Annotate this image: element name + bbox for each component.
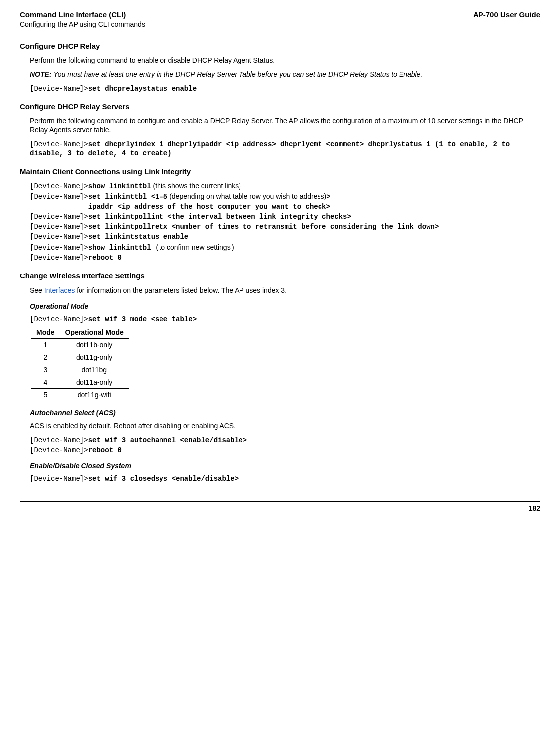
cli-line: [Device-Name]>show linkinttbl (to confir… xyxy=(30,243,540,252)
cli-prompt: [Device-Name]> xyxy=(30,85,88,92)
cli-prompt: [Device-Name]> xyxy=(30,213,88,221)
cli-prompt: [Device-Name]> xyxy=(30,244,88,252)
cli-line: [Device-Name]>show linkinttbl (this show… xyxy=(30,182,540,191)
cli-command: > xyxy=(326,193,330,201)
page-header: Command Line Interface (CLI) Configuring… xyxy=(20,10,540,29)
page-footer: 182 xyxy=(20,501,540,513)
cli-annotation: to confirm new settings xyxy=(159,243,230,251)
cli-annotation: (this shows the current links) xyxy=(151,182,241,190)
cli-prompt: [Device-Name]> xyxy=(30,182,88,190)
table-header-opmode: Operational Mode xyxy=(60,326,129,339)
cli-command: set wif 3 autochannel <enable/disable> xyxy=(88,436,247,444)
cli-prompt: [Device-Name]> xyxy=(30,233,88,241)
subheading-acs: Autochannel Select (ACS) xyxy=(30,408,540,417)
cli-command: set dhcprlyindex 1 dhcprlyipaddr <ip add… xyxy=(30,140,514,157)
cli-line: [Device-Name]>set wif 3 mode <see table> xyxy=(30,315,540,324)
cli-prompt: [Device-Name]> xyxy=(30,315,88,323)
paragraph: Perform the following command to configu… xyxy=(30,116,540,134)
cli-command: set dhcprelaystatus enable xyxy=(88,85,197,92)
table-cell: dot11g-wifi xyxy=(60,389,129,401)
table-cell: 4 xyxy=(31,376,60,388)
cli-command: show linkinttbl xyxy=(88,244,155,252)
header-rule xyxy=(20,32,540,32)
cli-line: [Device-Name]>set dhcprlyindex 1 dhcprly… xyxy=(30,140,540,158)
table-header-mode: Mode xyxy=(31,326,60,339)
link-interfaces[interactable]: Interfaces xyxy=(44,286,75,294)
cli-prompt: [Device-Name]> xyxy=(30,475,88,483)
cli-command: show linkinttbl xyxy=(88,182,151,190)
cli-line: [Device-Name]>reboot 0 xyxy=(30,446,540,455)
cli-prompt: [Device-Name]> xyxy=(30,193,88,201)
cli-prompt: [Device-Name]> xyxy=(30,436,88,444)
table-cell: dot11g-only xyxy=(60,351,129,364)
table-cell: dot11bg xyxy=(60,364,129,376)
paragraph: Perform the following command to enable … xyxy=(30,56,540,65)
table-cell: 2 xyxy=(31,351,60,364)
cli-command: reboot 0 xyxy=(88,446,122,454)
note-label: NOTE: xyxy=(30,70,52,78)
heading-configure-dhcp-relay-servers: Configure DHCP Relay Servers xyxy=(20,102,540,112)
cli-line: ipaddr <ip address of the host computer … xyxy=(30,202,540,211)
cli-paren: ) xyxy=(231,244,235,252)
table-row: 1dot11b-only xyxy=(31,339,129,351)
text: for information on the parameters listed… xyxy=(75,286,287,294)
table-header-row: Mode Operational Mode xyxy=(31,326,129,339)
cli-line: [Device-Name]>set wif 3 autochannel <ena… xyxy=(30,436,540,445)
cli-line: [Device-Name]>set linkintpollint <the in… xyxy=(30,212,540,221)
cli-prompt: [Device-Name]> xyxy=(30,446,88,454)
cli-command: set linkintstatus enable xyxy=(88,233,189,241)
cli-command: set linkinttbl <1–5 xyxy=(88,193,168,201)
paragraph: ACS is enabled by default. Reboot after … xyxy=(30,421,540,430)
cli-command: set wif 3 mode <see table> xyxy=(88,315,197,323)
table-cell: 3 xyxy=(31,364,60,376)
cli-annotation: (depending on what table row you wish to… xyxy=(167,192,326,200)
cli-prompt: [Device-Name]> xyxy=(30,223,88,231)
header-subtitle: Configuring the AP using CLI commands xyxy=(20,20,145,29)
cli-command: ipaddr <ip address of the host computer … xyxy=(30,203,330,211)
table-row: 5dot11g-wifi xyxy=(31,389,129,401)
note: NOTE: You must have at least one entry i… xyxy=(30,70,540,79)
operational-mode-table: Mode Operational Mode 1dot11b-only 2dot1… xyxy=(31,326,129,401)
cli-line: [Device-Name]>set dhcprelaystatus enable xyxy=(30,84,540,93)
table-row: 4dot11a-only xyxy=(31,376,129,388)
cli-line: [Device-Name]>set linkintstatus enable xyxy=(30,232,540,241)
cli-command: set wif 3 closedsys <enable/disable> xyxy=(88,475,239,483)
page-number: 182 xyxy=(20,504,540,513)
cli-prompt: [Device-Name]> xyxy=(30,254,88,262)
cli-line: [Device-Name]>set linkinttbl <1–5 (depen… xyxy=(30,192,540,201)
table-cell: dot11a-only xyxy=(60,376,129,388)
cli-line: [Device-Name]>set linkintpollretx <numbe… xyxy=(30,222,540,231)
header-left: Command Line Interface (CLI) Configuring… xyxy=(20,10,145,29)
cli-command: set linkintpollretx <number of times to … xyxy=(88,223,439,231)
cli-command: reboot 0 xyxy=(88,254,122,262)
note-text: You must have at least one entry in the … xyxy=(53,70,422,78)
cli-line: [Device-Name]>set wif 3 closedsys <enabl… xyxy=(30,474,540,483)
text: See xyxy=(30,286,44,294)
cli-prompt: [Device-Name]> xyxy=(30,140,88,148)
subheading-closed-system: Enable/Disable Closed System xyxy=(30,461,540,470)
subheading-operational-mode: Operational Mode xyxy=(30,302,540,311)
heading-configure-dhcp-relay: Configure DHCP Relay xyxy=(20,41,540,51)
table-cell: dot11b-only xyxy=(60,339,129,351)
cli-command: set linkintpollint <the interval between… xyxy=(88,213,351,221)
heading-link-integrity: Maintain Client Connections using Link I… xyxy=(20,167,540,177)
table-cell: 1 xyxy=(31,339,60,351)
cli-line: [Device-Name]>reboot 0 xyxy=(30,253,540,262)
footer-rule xyxy=(20,501,540,502)
table-cell: 5 xyxy=(31,389,60,401)
header-right: AP-700 User Guide xyxy=(473,10,540,20)
table-row: 3dot11bg xyxy=(31,364,129,376)
header-title: Command Line Interface (CLI) xyxy=(20,10,145,20)
paragraph: See Interfaces for information on the pa… xyxy=(30,286,540,295)
table-row: 2dot11g-only xyxy=(31,351,129,364)
heading-change-wireless-settings: Change Wireless Interface Settings xyxy=(20,271,540,281)
